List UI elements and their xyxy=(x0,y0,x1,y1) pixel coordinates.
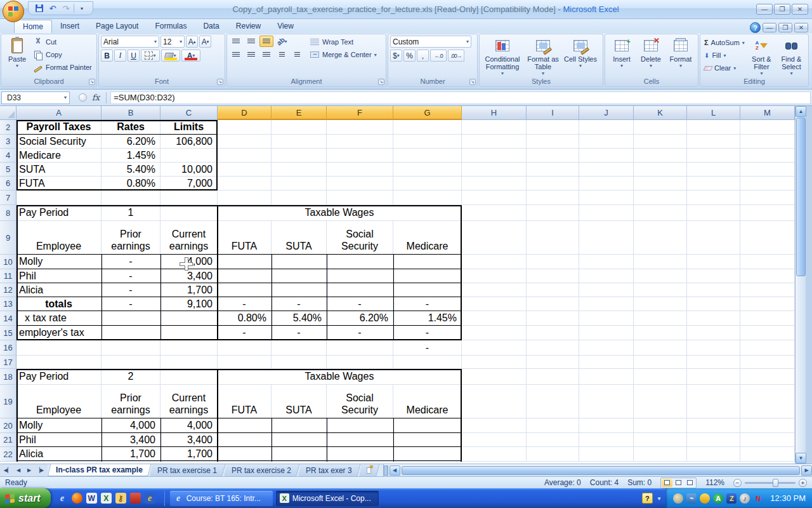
fill-button[interactable]: ⬇Fill▾ xyxy=(702,49,747,62)
vertical-scrollbar[interactable]: ▲ ▼ xyxy=(795,106,806,464)
cell-J12[interactable] xyxy=(579,283,634,297)
cell-E5[interactable] xyxy=(272,163,327,177)
cell-I18[interactable] xyxy=(527,369,579,385)
align-left-button[interactable] xyxy=(229,49,243,60)
horizontal-scrollbar[interactable]: ◀ ▶ xyxy=(383,464,812,476)
conditional-formatting-button[interactable]: Conditional Formatting▾ xyxy=(481,36,523,77)
cell-I8[interactable] xyxy=(527,205,579,221)
cell-B12[interactable]: - xyxy=(102,283,160,297)
cell-I15[interactable] xyxy=(527,326,579,340)
formula-input[interactable]: =SUM(D30:D32) xyxy=(110,91,811,104)
cell-F6[interactable] xyxy=(327,177,393,190)
cell-I17[interactable] xyxy=(527,356,579,369)
vertical-scroll-thumb[interactable] xyxy=(796,117,806,276)
cell-D14[interactable]: 0.80% xyxy=(218,311,272,326)
orientation-button[interactable]: ab▾ xyxy=(275,36,289,47)
cell-K20[interactable] xyxy=(634,418,687,433)
column-header-E[interactable]: E xyxy=(272,106,327,120)
cell-C19[interactable]: Current earnings xyxy=(160,385,218,418)
number-dialog-launcher[interactable]: ↘ xyxy=(469,79,476,85)
cell-A7[interactable] xyxy=(16,190,102,205)
cell-K2[interactable] xyxy=(634,120,687,135)
font-color-button[interactable]: A▾ xyxy=(181,50,200,62)
select-all-corner[interactable] xyxy=(0,106,16,120)
column-header-J[interactable]: J xyxy=(579,106,634,120)
cell-C8[interactable] xyxy=(160,205,218,221)
cell-H11[interactable] xyxy=(462,269,527,283)
cell-L9[interactable] xyxy=(687,221,740,255)
cell-M12[interactable] xyxy=(740,283,795,297)
row-header-20[interactable]: 20 xyxy=(0,418,16,433)
align-center-button[interactable] xyxy=(244,49,258,60)
cell-C9[interactable]: Current earnings xyxy=(160,221,218,255)
cell-E13[interactable]: - xyxy=(272,297,327,311)
cell-M18[interactable] xyxy=(740,369,795,385)
cell-G2[interactable] xyxy=(393,120,462,135)
cell-E2[interactable] xyxy=(272,120,327,135)
cell-B22[interactable]: 1,700 xyxy=(102,447,160,462)
taskbar-window-ie[interactable]: eCourse: BT 165: Intr... xyxy=(170,491,273,506)
cell-H22[interactable] xyxy=(462,447,527,462)
first-sheet-button[interactable]: ◀▏ xyxy=(3,465,13,476)
cell-A18[interactable]: Pay Period xyxy=(16,369,102,385)
cell-H7[interactable] xyxy=(462,190,527,205)
cell-D9[interactable]: FUTA xyxy=(218,221,272,255)
zoom-in-button[interactable]: + xyxy=(799,479,807,487)
taskbtn-ie-icon[interactable]: e xyxy=(174,493,183,503)
cell-M5[interactable] xyxy=(740,163,795,177)
autosum-button[interactable]: ΣAutoSum▾ xyxy=(702,36,747,49)
percent-style-button[interactable]: % xyxy=(403,50,416,62)
row-header-16[interactable]: 16 xyxy=(0,340,16,356)
cell-F21[interactable] xyxy=(327,433,393,447)
qat-customize-button[interactable]: ▾ xyxy=(76,3,88,14)
cell-G5[interactable] xyxy=(393,163,462,177)
cell-E7[interactable] xyxy=(272,190,327,205)
tray-norton-n-icon[interactable]: N xyxy=(753,493,763,504)
cell-M14[interactable] xyxy=(740,311,795,326)
cell-C6[interactable]: 7,000 xyxy=(160,177,218,190)
quicklaunch-keys-icon[interactable]: ⚷ xyxy=(115,493,126,504)
cell-L19[interactable] xyxy=(687,385,740,418)
cell-A8[interactable]: Pay Period xyxy=(16,205,102,221)
sheet-tab-pr-tax-exercise-2[interactable]: PR tax exercise 2 xyxy=(223,464,299,476)
cell-K8[interactable] xyxy=(634,205,687,221)
cell-F20[interactable] xyxy=(327,418,393,433)
cell-C5[interactable]: 10,000 xyxy=(160,163,218,177)
cell-K19[interactable] xyxy=(634,385,687,418)
cell-J13[interactable] xyxy=(579,297,634,311)
sheet-tab-in-class-pr-tax-example[interactable]: In-class PR tax example xyxy=(48,464,151,476)
merge-center-button[interactable]: Merge & Center▾ xyxy=(308,48,379,61)
cell-L2[interactable] xyxy=(687,120,740,135)
quicklaunch-media-icon[interactable] xyxy=(130,493,141,504)
clear-button[interactable]: Clear▾ xyxy=(702,62,747,74)
cell-D22[interactable] xyxy=(218,447,272,462)
sheet-tab-pr-tax-exercise-1[interactable]: PR tax exercise 1 xyxy=(149,464,225,476)
quicklaunch-excel-icon[interactable]: X xyxy=(101,493,112,504)
cell-I2[interactable] xyxy=(527,120,579,135)
column-header-B[interactable]: B xyxy=(102,106,160,120)
cell-J22[interactable] xyxy=(579,447,634,462)
column-header-F[interactable]: F xyxy=(327,106,393,120)
office-button[interactable] xyxy=(3,1,24,22)
tab-formulas[interactable]: Formulas xyxy=(147,20,195,33)
cell-C14[interactable] xyxy=(160,311,218,326)
row-header-12[interactable]: 12 xyxy=(0,283,16,297)
cell-I16[interactable] xyxy=(527,340,579,356)
cell-M6[interactable] xyxy=(740,177,795,190)
scroll-right-arrow[interactable]: ▶ xyxy=(801,465,812,476)
cell-K4[interactable] xyxy=(634,149,687,163)
cell-A10[interactable]: Molly xyxy=(16,255,102,269)
workbook-restore-button[interactable]: ❐ xyxy=(778,23,792,32)
cell-L12[interactable] xyxy=(687,283,740,297)
bold-button[interactable]: B xyxy=(101,50,113,62)
cell-D19[interactable]: FUTA xyxy=(218,385,272,418)
decrease-decimal-button[interactable]: .00→ xyxy=(448,50,464,62)
tray-volume-icon[interactable]: ♪ xyxy=(740,493,750,504)
tab-insert[interactable]: Insert xyxy=(52,20,88,33)
increase-indent-button[interactable] xyxy=(290,49,304,60)
cell-H9[interactable] xyxy=(462,221,527,255)
close-button[interactable]: ✕ xyxy=(792,4,808,15)
cell-I20[interactable] xyxy=(527,418,579,433)
row-header-2[interactable]: 2 xyxy=(0,120,16,135)
cell-K18[interactable] xyxy=(634,369,687,385)
